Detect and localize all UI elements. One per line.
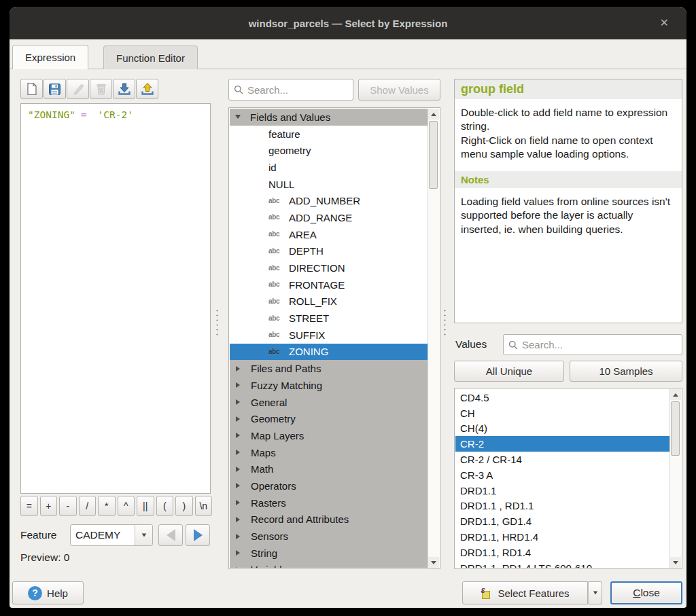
abc-string-field-icon: abc (268, 248, 283, 255)
tab-function-editor[interactable]: Function Editor (103, 46, 198, 69)
tree-item[interactable]: abc STREET (230, 310, 428, 327)
scroll-up-button[interactable] (670, 389, 681, 400)
tree-item[interactable]: abc Record and Attributes (230, 511, 428, 528)
tree-item[interactable]: abc Map Layers (230, 427, 428, 444)
value-list-item[interactable]: DRD1.1 (455, 483, 669, 499)
splitter-handle-right[interactable] (443, 308, 447, 338)
tree-item-label: id (268, 162, 277, 173)
tree-item[interactable]: abc Files and Paths (230, 360, 428, 377)
value-label: CR-2 / CR-14 (460, 454, 522, 465)
previous-feature-button[interactable] (158, 524, 183, 546)
tree-item[interactable]: abc geometry (230, 142, 428, 159)
tree-item[interactable]: abc String (230, 545, 428, 562)
scrollbar-thumb[interactable] (671, 401, 680, 456)
ten-samples-button[interactable]: 10 Samples (570, 361, 682, 382)
tree-item[interactable]: abc id (230, 159, 428, 176)
combobox-dropdown-zone[interactable] (135, 525, 152, 545)
scroll-down-icon (431, 561, 436, 564)
value-list-item[interactable]: DRD1.1 , RD1.1 (455, 499, 669, 514)
tree-item[interactable]: abc Maps (230, 444, 428, 461)
operator-button[interactable]: * (98, 496, 116, 516)
operator-button[interactable]: + (40, 496, 58, 516)
tree-item[interactable]: abc FRONTAGE (230, 276, 428, 293)
operator-button[interactable]: \n (195, 496, 213, 516)
select-by-expression-dialog: windsor_parcels — Select by Expression ✕… (10, 7, 686, 608)
values-search-input[interactable]: Search... (503, 334, 682, 355)
value-list-item[interactable]: DRD1.1, RD1.4 LTS 600-610 (455, 560, 669, 568)
value-list-item[interactable]: CH(4) (455, 421, 669, 437)
tree-scrollbar[interactable] (428, 109, 439, 568)
operator-button[interactable]: ^ (118, 496, 135, 516)
tree-item[interactable]: abc General (230, 394, 428, 411)
tree-item[interactable]: abc Geometry (230, 410, 428, 427)
tree-item[interactable]: abc Operators (230, 477, 428, 494)
value-list-item[interactable]: CR-2 (455, 436, 669, 452)
value-list-item[interactable]: CH (455, 405, 669, 421)
tree-item[interactable]: abc ZONING (230, 344, 428, 361)
edit-expression-button[interactable] (67, 79, 89, 99)
tree-item[interactable]: abc ROLL_FIX (230, 293, 428, 310)
delete-expression-button[interactable] (90, 79, 112, 99)
tree-item[interactable]: abc NULL (230, 176, 428, 193)
scrollbar-thumb[interactable] (429, 121, 438, 189)
tree-item[interactable]: abc Fields and Values (230, 109, 428, 126)
select-features-dropdown-button[interactable] (588, 581, 602, 604)
tree-item[interactable]: abc ADD_NUMBER (230, 192, 428, 209)
value-list-item[interactable]: CR-2 / CR-14 (455, 452, 669, 467)
operator-button[interactable]: - (59, 496, 77, 516)
help-title: group field (455, 79, 682, 99)
value-list-item[interactable]: CR-3 A (455, 467, 669, 483)
tree-item-label: Geometry (251, 413, 296, 424)
values-search-placeholder: Search... (522, 339, 563, 350)
tree-item-label: AREA (289, 229, 317, 240)
expression-editor[interactable]: "ZONING"='CR-2' (20, 103, 211, 494)
operator-button[interactable]: || (137, 496, 154, 516)
scroll-up-button[interactable] (428, 109, 439, 120)
help-line-1: Double-click to add field name to expres… (461, 106, 676, 134)
value-list-item[interactable]: CD4.5 (455, 390, 669, 405)
tree-item[interactable]: abc SUFFIX (230, 327, 428, 344)
export-expression-button[interactable] (136, 79, 158, 99)
tree-item[interactable]: abc Variables (230, 562, 428, 568)
tree-item[interactable]: abc feature (230, 126, 428, 143)
epsilon-icon: ε (481, 585, 485, 595)
tab-expression[interactable]: Expression (12, 45, 88, 69)
operator-button[interactable]: ( (156, 496, 174, 516)
operator-button[interactable]: / (79, 496, 97, 516)
tree-item[interactable]: abc Math (230, 460, 428, 477)
close-button[interactable]: Close (610, 581, 682, 604)
splitter-handle-left[interactable] (215, 308, 219, 338)
abc-string-field-icon: abc (268, 214, 283, 221)
values-scrollbar[interactable] (669, 389, 681, 568)
select-features-button[interactable]: ε Select Features (462, 581, 588, 604)
operator-button[interactable]: ) (175, 496, 193, 516)
help-button[interactable]: ? Help (12, 581, 84, 604)
scroll-down-button[interactable] (428, 557, 439, 568)
value-label: CR-2 (460, 438, 484, 450)
operator-button[interactable]: = (20, 496, 38, 516)
import-expression-button[interactable] (113, 79, 135, 99)
tree-item[interactable]: abc AREA (230, 226, 428, 243)
value-list-item[interactable]: DRD1.1, HRD1.4 (455, 529, 669, 545)
tree-item[interactable]: abc DIRECTION (230, 259, 428, 276)
show-values-button[interactable]: Show Values (358, 79, 440, 101)
close-icon[interactable]: ✕ (660, 16, 669, 29)
tree-item[interactable]: abc DEPTH (230, 243, 428, 260)
all-unique-button[interactable]: All Unique (454, 361, 564, 382)
value-list-item[interactable]: DRD1.1, RD1.4 (455, 545, 669, 560)
tree-item[interactable]: abc Fuzzy Matching (230, 377, 428, 394)
tree-item[interactable]: abc Sensors (230, 528, 428, 545)
notes-body: Loading field values from online sources… (455, 188, 682, 236)
next-feature-button[interactable] (186, 524, 210, 546)
tree-item[interactable]: abc ADD_RANGE (230, 209, 428, 226)
value-label: DRD1.1, RD1.4 LTS 600-610 (460, 562, 592, 568)
value-list-item[interactable]: DRD1.1, GD1.4 (455, 513, 669, 529)
new-expression-button[interactable] (20, 79, 43, 99)
tree-item[interactable]: abc Rasters (230, 494, 428, 511)
feature-combobox[interactable]: CADEMY (70, 524, 153, 546)
function-search-input[interactable]: Search... (228, 79, 353, 101)
save-expression-button[interactable] (44, 79, 66, 99)
titlebar[interactable]: windsor_parcels — Select by Expression ✕ (10, 7, 686, 39)
scroll-down-button[interactable] (670, 557, 681, 568)
tree-item-label: STREET (289, 312, 329, 324)
